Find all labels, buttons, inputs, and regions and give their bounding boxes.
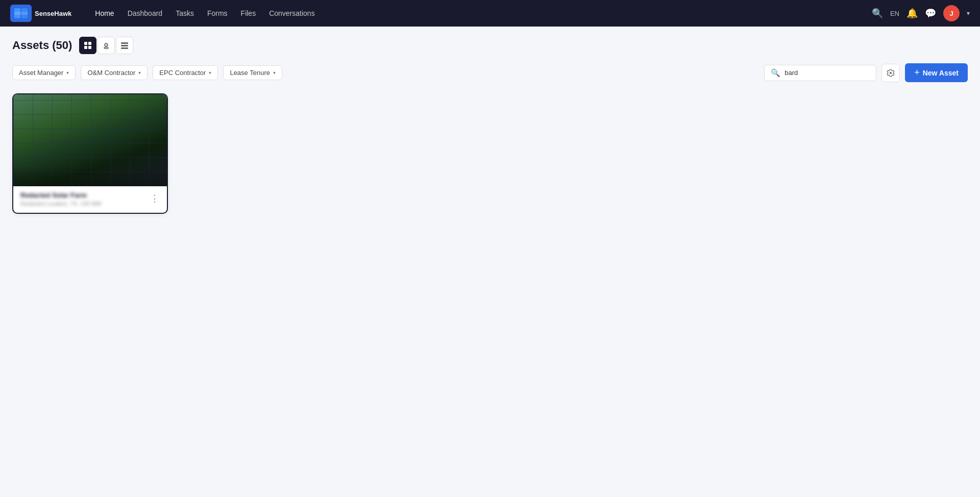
- svg-rect-4: [88, 42, 91, 45]
- omcontractor-chevron: ▾: [138, 70, 141, 76]
- svg-rect-10: [121, 42, 128, 44]
- lease-tenure-chevron: ▾: [273, 70, 276, 76]
- page-title: Assets (50): [12, 39, 72, 52]
- asset-card-image: [13, 94, 167, 186]
- settings-button[interactable]: [881, 64, 900, 82]
- epc-contractor-filter[interactable]: EPC Contractor ▾: [153, 65, 218, 80]
- user-avatar[interactable]: J: [943, 5, 960, 21]
- asset-manager-chevron: ▾: [66, 70, 69, 76]
- svg-rect-2: [14, 12, 28, 15]
- search-icon: 🔍: [771, 68, 780, 78]
- plus-icon: +: [914, 67, 920, 78]
- filters-row: Asset Manager ▾ O&M Contractor ▾ EPC Con…: [12, 63, 968, 82]
- asset-card-menu-button[interactable]: ⋮: [148, 191, 162, 206]
- omcontractor-label: O&M Contractor: [87, 69, 135, 77]
- search-input[interactable]: [785, 69, 866, 77]
- svg-point-9: [104, 47, 108, 49]
- search-icon[interactable]: 🔍: [872, 8, 883, 19]
- nav-tasks[interactable]: Tasks: [170, 6, 199, 20]
- svg-rect-11: [121, 45, 128, 46]
- chat-icon[interactable]: 💬: [925, 8, 936, 19]
- lease-tenure-filter[interactable]: Lease Tenure ▾: [223, 65, 282, 80]
- new-asset-label: New Asset: [923, 69, 959, 77]
- svg-rect-6: [88, 46, 91, 49]
- nav-conversations[interactable]: Conversations: [264, 6, 320, 20]
- page-header: Assets (50): [12, 37, 968, 54]
- asset-card-meta: Redacted Location, TX, 100 MW: [20, 201, 160, 207]
- epc-contractor-chevron: ▾: [209, 70, 211, 76]
- nav-home[interactable]: Home: [90, 6, 119, 20]
- view-toggles: [79, 37, 133, 54]
- nav-right: 🔍 EN 🔔 💬 J ▾: [872, 5, 970, 21]
- logo-icon: [10, 5, 32, 22]
- list-view-button[interactable]: [116, 37, 133, 54]
- nav-links: Home Dashboard Tasks Forms Files Convers…: [90, 6, 860, 20]
- epc-contractor-label: EPC Contractor: [159, 69, 206, 77]
- grid-view-button[interactable]: [79, 37, 96, 54]
- new-asset-button[interactable]: + New Asset: [905, 63, 968, 82]
- language-selector[interactable]: EN: [890, 10, 899, 17]
- svg-rect-12: [121, 47, 128, 49]
- notifications-icon[interactable]: 🔔: [906, 8, 918, 19]
- nav-dashboard[interactable]: Dashboard: [122, 6, 168, 20]
- svg-rect-3: [84, 42, 87, 45]
- svg-rect-5: [84, 46, 87, 49]
- asset-manager-label: Asset Manager: [19, 69, 63, 77]
- lease-tenure-label: Lease Tenure: [230, 69, 270, 77]
- navbar: SenseHawk Home Dashboard Tasks Forms Fil…: [0, 0, 980, 27]
- nav-files[interactable]: Files: [236, 6, 261, 20]
- map-view-button[interactable]: [97, 37, 115, 54]
- search-box[interactable]: 🔍: [764, 65, 876, 81]
- asset-card-info: Redacted Solar Farm Redacted Location, T…: [13, 186, 167, 213]
- svg-point-8: [106, 44, 107, 45]
- logo[interactable]: SenseHawk: [10, 5, 71, 22]
- omcontractor-filter[interactable]: O&M Contractor ▾: [81, 65, 148, 80]
- asset-card-name: Redacted Solar Farm: [20, 191, 160, 199]
- asset-card[interactable]: Redacted Solar Farm Redacted Location, T…: [12, 93, 168, 214]
- avatar-chevron[interactable]: ▾: [967, 10, 970, 17]
- asset-manager-filter[interactable]: Asset Manager ▾: [12, 65, 76, 80]
- page-content: Assets (50): [0, 27, 980, 224]
- logo-text: SenseHawk: [35, 10, 71, 17]
- assets-grid: Redacted Solar Farm Redacted Location, T…: [12, 93, 968, 214]
- nav-forms[interactable]: Forms: [202, 6, 233, 20]
